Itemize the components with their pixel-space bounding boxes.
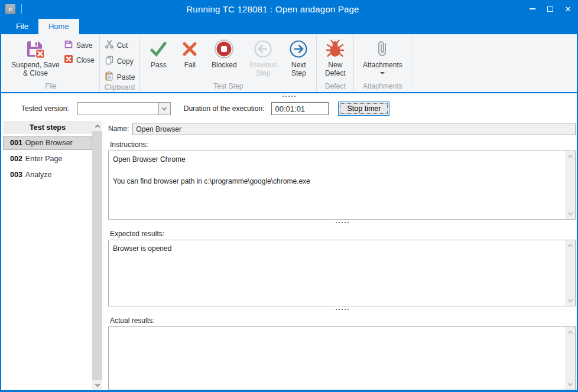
instructions-text: Open Browser Chrome You can find browser… <box>109 151 565 219</box>
splitter-handle-top[interactable] <box>1 93 577 99</box>
tested-version-combobox[interactable] <box>77 102 171 115</box>
app-icon[interactable]: c <box>5 4 15 14</box>
close-button[interactable]: ✕ <box>559 0 577 18</box>
group-caption-test-step: Test Step <box>140 81 316 92</box>
scroll-down-button[interactable] <box>565 380 575 390</box>
scroll-down-button[interactable] <box>565 209 575 219</box>
splitter-handle-instructions[interactable] <box>108 220 576 226</box>
actual-results-text <box>109 327 565 390</box>
attachments-button[interactable]: Attachments <box>359 37 406 75</box>
minimize-button[interactable] <box>524 0 541 18</box>
maximize-icon <box>547 6 553 12</box>
scrollbar-thumb[interactable] <box>92 131 102 380</box>
paste-button[interactable]: Paste <box>105 71 135 83</box>
pass-icon <box>148 38 168 60</box>
scroll-down-icon <box>95 382 99 387</box>
tab-home[interactable]: Home <box>38 19 79 34</box>
group-caption-attachments: Attachments <box>354 81 411 92</box>
fail-label: Fail <box>184 61 196 70</box>
scroll-up-button[interactable] <box>565 327 575 337</box>
copy-button[interactable]: Copy <box>105 55 135 67</box>
scroll-up-icon <box>567 331 572 335</box>
suspend-save-close-icon <box>25 38 46 60</box>
paste-icon <box>105 71 114 83</box>
blocked-button[interactable]: Blocked <box>207 37 241 79</box>
duration-field[interactable]: 00:01:01 <box>271 102 329 115</box>
step-number: 003 <box>10 171 22 179</box>
suspend-save-close-label: Suspend, Save & Close <box>8 61 63 78</box>
tested-version-dropdown-button[interactable] <box>158 103 170 115</box>
attachments-icon <box>372 38 392 60</box>
scroll-up-icon <box>95 125 99 129</box>
copy-label: Copy <box>117 57 134 66</box>
next-step-button[interactable]: Next Step <box>285 37 311 79</box>
actual-results-scrollbar[interactable] <box>565 327 575 390</box>
group-caption-file: File <box>2 81 99 92</box>
ribbon-group-file: Suspend, Save & Close Save <box>2 34 100 92</box>
expected-results-textbox[interactable]: Browser is opened <box>108 240 576 306</box>
ribbon-tab-row: File Home <box>1 18 577 34</box>
actual-results-label: Actual results: <box>108 312 576 326</box>
scrollbar-track <box>565 337 575 380</box>
ribbon-group-attachments: Attachments Attachments <box>354 34 411 92</box>
next-step-label: Next Step <box>287 61 310 78</box>
instructions-scrollbar[interactable] <box>565 151 575 219</box>
save-icon <box>64 40 73 51</box>
duration-label: Duration of the execution: <box>184 104 265 113</box>
scroll-up-icon <box>567 244 572 249</box>
step-number: 002 <box>10 155 22 163</box>
new-defect-button[interactable]: New Defect <box>322 37 349 79</box>
maximize-button[interactable] <box>541 0 559 18</box>
step-item-002[interactable]: 002 Enter Page <box>3 152 92 166</box>
scroll-up-button[interactable] <box>565 151 575 161</box>
splitter-handle-expected[interactable] <box>108 306 576 312</box>
expected-results-scrollbar[interactable] <box>565 240 575 306</box>
blocked-icon <box>214 38 234 60</box>
scroll-up-button[interactable] <box>565 240 575 250</box>
scroll-down-icon <box>567 381 572 386</box>
step-item-003[interactable]: 003 Analyze <box>3 168 92 182</box>
scrollbar-track <box>565 250 575 296</box>
cut-button[interactable]: Cut <box>105 40 135 51</box>
pass-button[interactable]: Pass <box>145 37 172 79</box>
dropdown-caret-icon <box>380 72 385 74</box>
combo-chevron-icon <box>162 105 167 110</box>
previous-step-label: Previous Step <box>248 61 278 78</box>
tab-file[interactable]: File <box>6 19 38 34</box>
ribbon: Suspend, Save & Close Save <box>1 34 577 93</box>
window-title: Running TC 128081 : Open andagon Page <box>22 4 524 14</box>
suspend-save-close-button[interactable]: Suspend, Save & Close <box>7 37 64 79</box>
previous-step-icon <box>253 38 273 60</box>
cut-label: Cut <box>117 41 128 50</box>
instructions-textbox[interactable]: Open Browser Chrome You can find browser… <box>108 151 576 220</box>
group-caption-clipboard: Clipboard <box>100 83 140 93</box>
save-button[interactable]: Save <box>64 40 95 51</box>
actual-results-textbox[interactable] <box>108 326 576 390</box>
close-file-label: Close <box>76 56 95 64</box>
execution-toolbar: Tested version: Duration of the executio… <box>1 99 577 118</box>
stop-timer-button[interactable]: Stop timer <box>338 102 389 116</box>
fail-button[interactable]: Fail <box>178 37 202 79</box>
test-steps-panel: Test steps 001 Open Browser 002 Enter Pa… <box>3 121 102 390</box>
save-label: Save <box>76 41 92 50</box>
previous-step-button: Previous Step <box>246 37 280 79</box>
scroll-up-button[interactable] <box>92 121 102 131</box>
new-defect-icon <box>325 38 345 60</box>
test-steps-scrollbar[interactable] <box>92 121 102 390</box>
step-item-001[interactable]: 001 Open Browser <box>3 136 92 150</box>
step-label: Enter Page <box>25 155 63 163</box>
scroll-down-button[interactable] <box>565 296 575 306</box>
fail-icon <box>180 38 200 60</box>
titlebar: c Running TC 128081 : Open andagon Page … <box>1 0 577 18</box>
close-file-icon <box>64 54 73 66</box>
ribbon-group-clipboard: Cut Copy <box>100 34 141 92</box>
instructions-label: Instructions: <box>108 136 576 151</box>
step-label: Open Browser <box>25 139 73 147</box>
close-icon: ✕ <box>565 5 571 13</box>
expected-results-text: Browser is opened <box>109 240 565 306</box>
scroll-down-button[interactable] <box>92 380 102 390</box>
paste-label: Paste <box>117 73 135 81</box>
close-file-button[interactable]: Close <box>64 54 95 66</box>
scroll-down-icon <box>567 211 572 215</box>
attachments-label: Attachments <box>363 61 402 70</box>
